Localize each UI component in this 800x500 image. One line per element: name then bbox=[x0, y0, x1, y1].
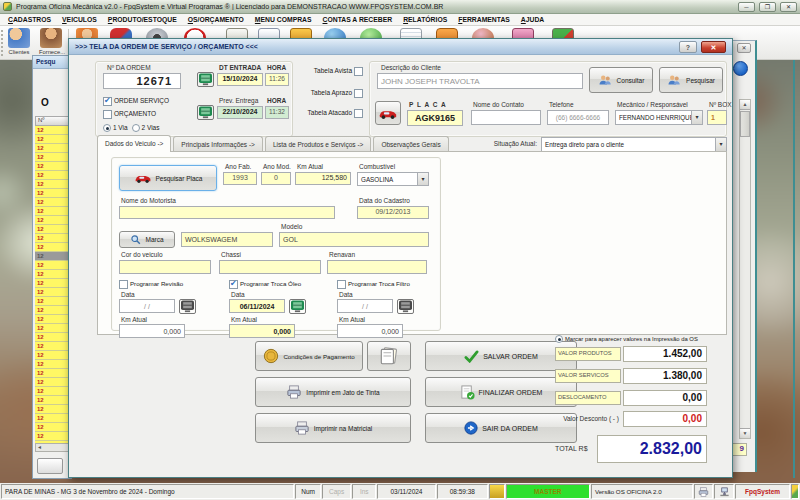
menu-veiculos[interactable]: VEICULOS bbox=[62, 16, 97, 23]
order-list-row[interactable]: 12 bbox=[35, 171, 69, 180]
combustivel-dropdown[interactable]: GASOLINA bbox=[357, 172, 429, 186]
status-printer-icon[interactable] bbox=[694, 484, 714, 499]
order-list-row[interactable]: 12 bbox=[35, 261, 69, 270]
km-field-1[interactable]: 0,000 bbox=[119, 324, 185, 338]
menu-compras[interactable]: MENU COMPRAS bbox=[255, 16, 312, 23]
background-close-icon[interactable]: ✕ bbox=[737, 43, 751, 53]
orcamento-checkbox[interactable]: ORÇAMENTO bbox=[103, 110, 156, 119]
order-list-row[interactable]: 12 bbox=[35, 414, 69, 423]
order-list-row[interactable]: 12 bbox=[35, 396, 69, 405]
order-list-row[interactable]: 12 bbox=[35, 144, 69, 153]
calendar-entrada-icon[interactable] bbox=[197, 72, 214, 87]
programar-oleo-checkbox[interactable]: Programar Troca Óleo bbox=[229, 280, 301, 289]
telefone-field[interactable]: (66) 6666-6666 bbox=[547, 110, 609, 125]
order-list-row[interactable]: 12 bbox=[35, 207, 69, 216]
order-list-row[interactable]: 12 bbox=[35, 153, 69, 162]
order-list-row[interactable]: 12 bbox=[35, 189, 69, 198]
hora-entrada-field[interactable]: 11:26 bbox=[265, 73, 289, 86]
help-button[interactable]: ? bbox=[679, 41, 697, 53]
order-number-field[interactable]: 12671 bbox=[103, 73, 181, 89]
ano-mod-field[interactable]: 0 bbox=[261, 172, 291, 185]
prev-entrega-field[interactable]: 22/10/2024 bbox=[217, 106, 263, 119]
ordem-servico-checkbox[interactable]: ORDEM SERVIÇO bbox=[103, 97, 169, 106]
order-list-row[interactable]: 12 bbox=[35, 432, 69, 441]
order-list-row[interactable]: 12 bbox=[35, 162, 69, 171]
calendar-dark-icon-3[interactable] bbox=[397, 299, 414, 314]
calendar-dark-icon-1[interactable] bbox=[179, 299, 196, 314]
ordem-servico-checkbox-box[interactable] bbox=[103, 97, 112, 106]
imprimir-matricial-button[interactable]: Imprimir na Matricial bbox=[255, 413, 411, 443]
tab-lista-produtos-servicos[interactable]: Lista de Produtos e Serviços -> bbox=[265, 136, 372, 152]
dialog-close-button[interactable]: ✕ bbox=[701, 41, 726, 53]
order-list-row[interactable]: 12 bbox=[35, 369, 69, 378]
order-list-row[interactable]: 12 bbox=[35, 126, 69, 135]
order-list-row[interactable]: 12 bbox=[35, 378, 69, 387]
menu-ajuda[interactable]: AJUDA bbox=[521, 16, 544, 23]
order-list-row[interactable]: 12 bbox=[35, 351, 69, 360]
pesquisar-placa-button[interactable]: Pesquisar Placa bbox=[119, 165, 217, 191]
order-list-row[interactable]: 12 bbox=[35, 288, 69, 297]
dt-entrada-field[interactable]: 15/10/2024 bbox=[217, 73, 263, 86]
pesquisar-button[interactable]: Pesquisar bbox=[659, 67, 723, 93]
chassi-field[interactable] bbox=[219, 260, 321, 274]
calendar-green-icon-2[interactable] bbox=[289, 299, 306, 314]
order-list-row[interactable]: 12 bbox=[35, 198, 69, 207]
contato-field[interactable] bbox=[471, 110, 541, 125]
order-list-row[interactable]: 12 bbox=[35, 270, 69, 279]
ano-fab-field[interactable]: 1993 bbox=[223, 172, 257, 185]
imprimir-valores-radio-row[interactable]: Marcar para aparecer valores na Impressã… bbox=[555, 335, 698, 343]
suppliers-icon[interactable] bbox=[40, 28, 62, 48]
order-list-row[interactable]: 12 bbox=[35, 342, 69, 351]
tab-dados-veiculo[interactable]: Dados do Veiculo -> bbox=[97, 135, 171, 152]
via1-radio[interactable] bbox=[103, 124, 111, 132]
marca-button[interactable]: Marca bbox=[119, 231, 175, 248]
calendar-prev-icon[interactable] bbox=[197, 105, 214, 120]
background-exit-icon[interactable] bbox=[733, 61, 748, 76]
tabela-aprazo-checkbox[interactable] bbox=[354, 89, 363, 98]
programar-revisao-checkbox[interactable]: Programar Revisão bbox=[119, 280, 183, 289]
cadastro-field[interactable]: 09/12/2013 bbox=[357, 206, 429, 219]
imprimir-valores-radio[interactable] bbox=[555, 335, 563, 343]
scroll-thumb[interactable] bbox=[740, 111, 750, 137]
programar-filtro-box[interactable] bbox=[337, 280, 346, 289]
tabela-avista-checkbox[interactable] bbox=[354, 67, 363, 76]
order-list-row[interactable]: 12 bbox=[35, 297, 69, 306]
modelo-field[interactable]: GOL bbox=[279, 232, 429, 247]
programar-oleo-box[interactable] bbox=[229, 280, 238, 289]
clients-icon[interactable] bbox=[8, 28, 30, 48]
cliente-desc-field[interactable]: JOHN JOSEPH TRAVOLTA bbox=[377, 73, 583, 89]
box-field[interactable]: 1 bbox=[707, 110, 727, 125]
order-list-row[interactable]: 12 bbox=[35, 180, 69, 189]
scroll-down-icon[interactable]: ▼ bbox=[740, 428, 750, 438]
order-list-row[interactable]: 12 bbox=[35, 315, 69, 324]
tab-observacoes-gerais[interactable]: Observações Gerais bbox=[373, 136, 448, 152]
programar-filtro-checkbox[interactable]: Programar Troca Filtro bbox=[337, 280, 410, 289]
placa-field[interactable]: AGK9165 bbox=[407, 110, 463, 126]
order-list-row[interactable]: 12 bbox=[35, 360, 69, 369]
menu-ferramentas[interactable]: FERRAMENTAS bbox=[458, 16, 510, 23]
hscroll-left-arrow[interactable]: ◄ bbox=[35, 443, 69, 452]
status-network-icon[interactable] bbox=[714, 484, 734, 499]
tab-principais-informacoes[interactable]: Principais Informações -> bbox=[173, 136, 263, 152]
order-list-row[interactable]: 12 bbox=[35, 243, 69, 252]
km-atual-field[interactable]: 125,580 bbox=[295, 172, 351, 185]
situacao-dropdown[interactable]: Entrega direto para o cliente bbox=[541, 137, 727, 152]
menu-cadastros[interactable]: CADASTROS bbox=[8, 16, 51, 23]
background-button[interactable] bbox=[37, 458, 63, 474]
imprimir-jato-button[interactable]: Imprimir em Jato de Tinta bbox=[255, 377, 411, 407]
order-list-row[interactable]: 12 bbox=[35, 279, 69, 288]
orcamento-checkbox-box[interactable] bbox=[103, 110, 112, 119]
order-list-row[interactable]: 12 bbox=[35, 252, 69, 261]
data-field-2[interactable]: 06/11/2024 bbox=[229, 299, 285, 313]
order-list-row[interactable]: 12 bbox=[35, 135, 69, 144]
hora-prev-field[interactable]: 11:32 bbox=[265, 106, 289, 119]
close-button[interactable]: ✕ bbox=[780, 2, 797, 12]
order-list-row[interactable]: 12 bbox=[35, 405, 69, 414]
menu-produto-estoque[interactable]: PRODUTO/ESTOQUE bbox=[108, 16, 177, 23]
cor-field[interactable] bbox=[119, 260, 211, 274]
order-list-row[interactable]: 12 bbox=[35, 333, 69, 342]
marca-field[interactable]: WOLKSWAGEM bbox=[181, 232, 273, 247]
programar-revisao-box[interactable] bbox=[119, 280, 128, 289]
motorista-field[interactable] bbox=[119, 206, 335, 219]
km-field-3[interactable]: 0,000 bbox=[337, 324, 403, 338]
